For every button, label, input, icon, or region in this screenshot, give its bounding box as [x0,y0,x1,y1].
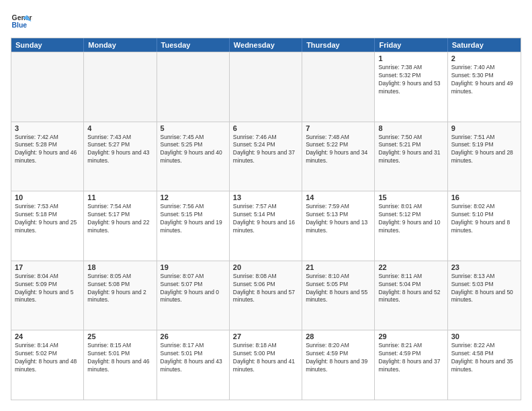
day-number: 16 [451,193,517,201]
calendar: Sunday Monday Tuesday Wednesday Thursday… [11,38,521,400]
calendar-day: 4Sunrise: 7:43 AMSunset: 5:27 PMDaylight… [84,122,157,191]
calendar-day: 18Sunrise: 8:05 AMSunset: 5:08 PMDayligh… [84,261,157,330]
day-info: Sunrise: 8:02 AMSunset: 5:10 PMDaylight:… [451,203,517,235]
day-number: 27 [233,332,298,340]
calendar-day: 2Sunrise: 7:40 AMSunset: 5:30 PMDaylight… [448,52,521,122]
day-info: Sunrise: 8:05 AMSunset: 5:08 PMDaylight:… [87,273,152,305]
calendar-day: 8Sunrise: 7:50 AMSunset: 5:21 PMDaylight… [375,122,447,191]
day-number: 5 [161,124,226,132]
calendar-day: 22Sunrise: 8:11 AMSunset: 5:04 PMDayligh… [375,261,447,330]
header-wednesday: Wednesday [230,38,302,52]
day-info: Sunrise: 8:04 AMSunset: 5:09 PMDaylight:… [15,273,80,305]
day-info: Sunrise: 7:59 AMSunset: 5:13 PMDaylight:… [306,203,371,235]
day-number: 11 [87,193,152,201]
calendar-week-4: 17Sunrise: 8:04 AMSunset: 5:09 PMDayligh… [11,261,521,330]
calendar-day: 13Sunrise: 7:57 AMSunset: 5:14 PMDayligh… [230,191,302,261]
day-number: 29 [378,332,443,340]
day-number: 2 [451,54,517,62]
day-number: 21 [306,263,371,271]
logo: General Blue [11,11,32,32]
day-number: 1 [378,54,443,62]
day-info: Sunrise: 8:13 AMSunset: 5:03 PMDaylight:… [451,273,517,305]
day-number: 30 [451,332,517,340]
day-info: Sunrise: 7:46 AMSunset: 5:24 PMDaylight:… [233,134,298,166]
calendar-header: Sunday Monday Tuesday Wednesday Thursday… [11,38,521,52]
calendar-day: 29Sunrise: 8:21 AMSunset: 4:59 PMDayligh… [375,330,447,400]
day-info: Sunrise: 8:18 AMSunset: 5:00 PMDaylight:… [233,342,298,374]
day-number: 14 [306,193,371,201]
calendar-day: 15Sunrise: 8:01 AMSunset: 5:12 PMDayligh… [375,191,447,261]
day-number: 8 [378,124,443,132]
day-info: Sunrise: 8:21 AMSunset: 4:59 PMDaylight:… [378,342,443,374]
day-info: Sunrise: 8:11 AMSunset: 5:04 PMDaylight:… [378,273,443,305]
day-info: Sunrise: 8:01 AMSunset: 5:12 PMDaylight:… [378,203,443,235]
day-number: 10 [15,193,80,201]
day-info: Sunrise: 7:42 AMSunset: 5:28 PMDaylight:… [15,134,80,166]
calendar-week-3: 10Sunrise: 7:53 AMSunset: 5:18 PMDayligh… [11,191,521,261]
day-number: 24 [15,332,80,340]
calendar-day: 3Sunrise: 7:42 AMSunset: 5:28 PMDaylight… [11,122,84,191]
calendar-body: 1Sunrise: 7:38 AMSunset: 5:32 PMDaylight… [11,52,521,400]
day-info: Sunrise: 7:48 AMSunset: 5:22 PMDaylight:… [306,134,371,166]
day-info: Sunrise: 8:08 AMSunset: 5:06 PMDaylight:… [233,273,298,305]
calendar-day: 11Sunrise: 7:54 AMSunset: 5:17 PMDayligh… [84,191,157,261]
calendar-day: 16Sunrise: 8:02 AMSunset: 5:10 PMDayligh… [448,191,521,261]
day-number: 15 [378,193,443,201]
calendar-day: 28Sunrise: 8:20 AMSunset: 4:59 PMDayligh… [302,330,375,400]
calendar-day: 20Sunrise: 8:08 AMSunset: 5:06 PMDayligh… [230,261,302,330]
day-info: Sunrise: 7:57 AMSunset: 5:14 PMDaylight:… [233,203,298,235]
day-info: Sunrise: 7:53 AMSunset: 5:18 PMDaylight:… [15,203,80,235]
day-number: 7 [306,124,371,132]
day-info: Sunrise: 7:50 AMSunset: 5:21 PMDaylight:… [378,134,443,166]
calendar-day [84,52,157,122]
svg-text:Blue: Blue [12,21,28,29]
day-info: Sunrise: 7:56 AMSunset: 5:15 PMDaylight:… [161,203,226,235]
page-header: General Blue [11,11,521,32]
day-number: 23 [451,263,517,271]
calendar-day [302,52,375,122]
calendar-day: 1Sunrise: 7:38 AMSunset: 5:32 PMDaylight… [375,52,447,122]
day-number: 17 [15,263,80,271]
day-number: 19 [161,263,226,271]
header-friday: Friday [375,38,447,52]
logo-icon: General Blue [11,11,32,32]
day-info: Sunrise: 8:14 AMSunset: 5:02 PMDaylight:… [15,342,80,374]
day-info: Sunrise: 7:51 AMSunset: 5:19 PMDaylight:… [451,134,517,166]
day-number: 4 [87,124,152,132]
header-saturday: Saturday [448,38,521,52]
day-info: Sunrise: 8:20 AMSunset: 4:59 PMDaylight:… [306,342,371,374]
day-number: 20 [233,263,298,271]
day-number: 18 [87,263,152,271]
calendar-day: 14Sunrise: 7:59 AMSunset: 5:13 PMDayligh… [302,191,375,261]
header-thursday: Thursday [302,38,375,52]
calendar-day: 12Sunrise: 7:56 AMSunset: 5:15 PMDayligh… [157,191,230,261]
calendar-day: 30Sunrise: 8:22 AMSunset: 4:58 PMDayligh… [448,330,521,400]
day-info: Sunrise: 8:17 AMSunset: 5:01 PMDaylight:… [161,342,226,374]
day-info: Sunrise: 7:38 AMSunset: 5:32 PMDaylight:… [378,64,443,96]
day-info: Sunrise: 8:10 AMSunset: 5:05 PMDaylight:… [306,273,371,305]
day-info: Sunrise: 7:43 AMSunset: 5:27 PMDaylight:… [87,134,152,166]
day-info: Sunrise: 7:45 AMSunset: 5:25 PMDaylight:… [161,134,226,166]
calendar-day [230,52,302,122]
calendar-day: 23Sunrise: 8:13 AMSunset: 5:03 PMDayligh… [448,261,521,330]
calendar-week-1: 1Sunrise: 7:38 AMSunset: 5:32 PMDaylight… [11,52,521,122]
calendar-day: 7Sunrise: 7:48 AMSunset: 5:22 PMDaylight… [302,122,375,191]
day-number: 25 [87,332,152,340]
header-sunday: Sunday [11,38,84,52]
day-number: 22 [378,263,443,271]
day-number: 26 [161,332,226,340]
header-monday: Monday [84,38,157,52]
calendar-day: 24Sunrise: 8:14 AMSunset: 5:02 PMDayligh… [11,330,84,400]
day-number: 13 [233,193,298,201]
day-info: Sunrise: 7:54 AMSunset: 5:17 PMDaylight:… [87,203,152,235]
day-number: 6 [233,124,298,132]
calendar-day: 6Sunrise: 7:46 AMSunset: 5:24 PMDaylight… [230,122,302,191]
calendar-week-5: 24Sunrise: 8:14 AMSunset: 5:02 PMDayligh… [11,330,521,400]
day-info: Sunrise: 7:40 AMSunset: 5:30 PMDaylight:… [451,64,517,96]
calendar-day: 27Sunrise: 8:18 AMSunset: 5:00 PMDayligh… [230,330,302,400]
calendar-day [157,52,230,122]
day-number: 9 [451,124,517,132]
day-number: 3 [15,124,80,132]
calendar-day: 19Sunrise: 8:07 AMSunset: 5:07 PMDayligh… [157,261,230,330]
calendar-day: 21Sunrise: 8:10 AMSunset: 5:05 PMDayligh… [302,261,375,330]
